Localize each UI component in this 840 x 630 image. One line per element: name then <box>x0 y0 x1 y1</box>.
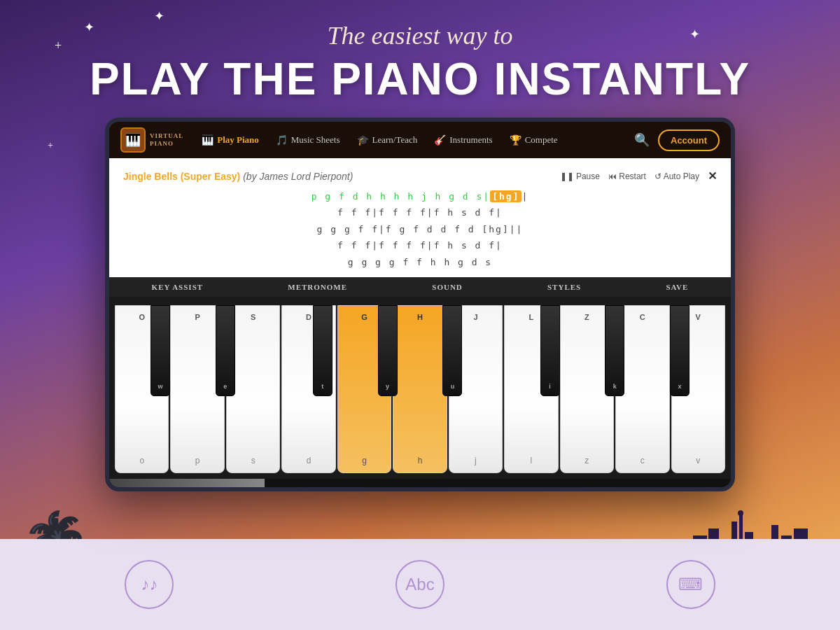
note-line-3: g g g f f|f g f d d f d [hg]|| <box>123 221 717 237</box>
restart-button[interactable]: ⏮ Restart <box>608 172 646 181</box>
black-key-8[interactable]: x <box>670 305 690 396</box>
svg-point-5 <box>738 510 743 516</box>
nav-instruments[interactable]: 🎸 Instruments <box>427 130 499 150</box>
sheet-song-name: Jingle Bells (Super Easy) <box>123 171 240 182</box>
pause-button[interactable]: ❚❚ Pause <box>560 172 600 181</box>
logo-text: VIRTUAL PIANO <box>150 132 183 148</box>
notes-container: p g f d h h h h j h g d s|[hg]| f f f|f … <box>123 188 717 270</box>
keyboard-icon: ⌨ <box>678 575 703 594</box>
sheet-author: (by James Lord Pierpont) <box>243 171 353 182</box>
black-key-7[interactable]: k <box>605 305 624 396</box>
abc-icon: Abc <box>405 575 434 594</box>
search-button[interactable]: 🔍 <box>629 130 655 150</box>
notes-green: p g f d h h h h j h g d s| <box>312 191 491 202</box>
note-line-5: g g g g f f h h g d s <box>123 254 717 270</box>
white-keys-row: O o P p S s D d G g H h <box>115 305 725 473</box>
note-line-2: f f f|f f f f|f h s d f| <box>123 204 717 220</box>
styles-control[interactable]: STYLES <box>547 283 581 291</box>
trophy-icon: 🏆 <box>510 134 522 146</box>
piano-progress <box>109 479 731 487</box>
headline-main: PLAY THE PIANO INSTANTLY <box>0 53 840 105</box>
sheet-title: Jingle Bells (Super Easy) (by James Lord… <box>123 171 353 182</box>
black-key-4[interactable]: y <box>378 305 398 396</box>
piano-keyboard: O o P p S s D d G g H h <box>109 297 731 479</box>
current-note: [hg] <box>490 190 522 202</box>
black-key-6[interactable]: i <box>540 305 560 396</box>
sheet-area: Jingle Bells (Super Easy) (by James Lord… <box>109 158 731 277</box>
headline-subtitle: The easiest way to <box>0 21 840 50</box>
key-assist-control[interactable]: KEY ASSIST <box>152 283 204 291</box>
guitar-icon: 🎸 <box>434 134 446 146</box>
close-sheet-button[interactable]: ✕ <box>708 169 717 183</box>
music-notes-button[interactable]: ♪♪ <box>125 560 174 609</box>
black-key-3[interactable]: t <box>313 305 332 396</box>
star-4: + <box>48 140 53 151</box>
bottom-section: ♪♪ Abc ⌨ <box>0 539 840 630</box>
autoplay-button[interactable]: ↺ Auto Play <box>654 172 699 181</box>
abc-button[interactable]: Abc <box>396 560 444 609</box>
logo-area: 🎹 VIRTUAL PIANO <box>120 127 183 153</box>
nav-learn-teach[interactable]: 🎓 Learn/Teach <box>350 130 425 150</box>
black-key-5[interactable]: u <box>442 305 462 396</box>
navbar: 🎹 VIRTUAL PIANO 🎹 Play Piano 🎵 Music She… <box>109 122 731 158</box>
nav-play-piano[interactable]: 🎹 Play Piano <box>195 130 266 150</box>
nav-music-sheets[interactable]: 🎵 Music Sheets <box>269 130 347 150</box>
black-key-1[interactable]: w <box>150 305 170 396</box>
tablet-frame: 🎹 VIRTUAL PIANO 🎹 Play Piano 🎵 Music She… <box>105 118 735 491</box>
music-notes-icon: ♪♪ <box>141 575 158 594</box>
nav-compete[interactable]: 🏆 Compete <box>503 130 565 150</box>
black-key-2[interactable]: e <box>216 305 235 396</box>
note-line-4: f f f|f f f f|f h s d f| <box>123 237 717 253</box>
piano-controls-bar: KEY ASSIST METRONOME SOUND STYLES SAVE <box>109 277 731 297</box>
headline-area: The easiest way to PLAY THE PIANO INSTAN… <box>0 0 840 105</box>
account-button[interactable]: Account <box>658 130 720 151</box>
sound-control[interactable]: SOUND <box>432 283 463 291</box>
graduation-icon: 🎓 <box>357 134 369 146</box>
white-key-h[interactable]: H h <box>393 305 447 473</box>
logo-badge: 🎹 <box>120 127 146 153</box>
piano-icon: 🎹 <box>202 134 214 146</box>
save-control[interactable]: SAVE <box>666 283 688 291</box>
note-line-1: p g f d h h h h j h g d s|[hg]| <box>123 188 717 204</box>
keyboard-button[interactable]: ⌨ <box>666 560 715 609</box>
sheet-title-row: Jingle Bells (Super Easy) (by James Lord… <box>123 169 717 183</box>
piano-progress-bar <box>109 479 265 487</box>
sheet-controls: ❚❚ Pause ⏮ Restart ↺ Auto Play ✕ <box>560 169 717 183</box>
metronome-control[interactable]: METRONOME <box>288 283 347 291</box>
music-note-icon: 🎵 <box>276 134 288 146</box>
